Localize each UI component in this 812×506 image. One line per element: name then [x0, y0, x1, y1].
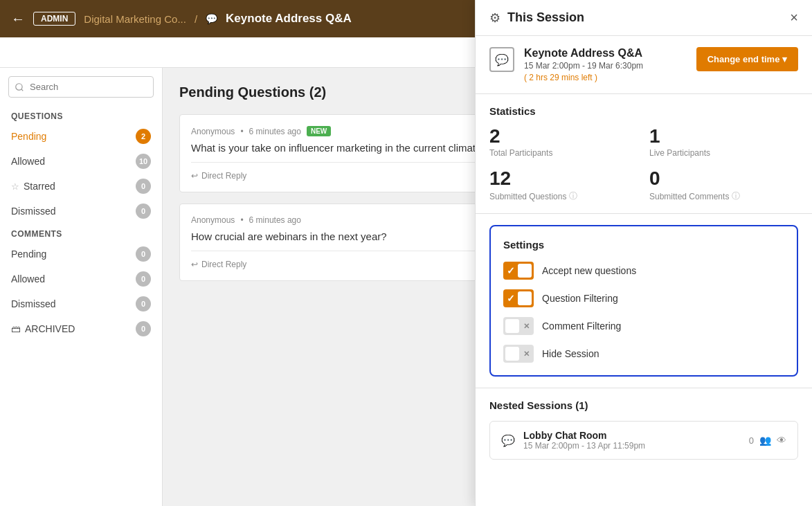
comment-filtering-row: Comment Filtering: [503, 317, 784, 335]
session-time-left: ( 2 hrs 29 mins left ): [524, 73, 687, 82]
comments-pending-label: Pending: [11, 249, 46, 260]
submitted-questions-count: 12: [489, 169, 638, 188]
sidebar-item-dismissed[interactable]: Dismissed 0: [0, 199, 162, 224]
archive-icon: 🗃: [11, 323, 21, 334]
live-participants-stat: 1 Live Participants: [649, 127, 798, 158]
participants-icon: 👥: [759, 435, 771, 446]
reply-label: Direct Reply: [201, 260, 246, 269]
accept-new-questions-toggle[interactable]: [503, 262, 534, 280]
info-icon: ⓘ: [732, 190, 740, 202]
breadcrumb-separator: /: [195, 13, 197, 25]
new-badge: NEW: [307, 126, 331, 136]
nested-item-dates: 15 Mar 2:00pm - 13 Apr 11:59pm: [523, 441, 741, 451]
submitted-questions-stat: 12 Submitted Questions ⓘ: [489, 169, 638, 202]
sidebar-item-starred[interactable]: ☆ Starred 0: [0, 174, 162, 199]
question-timestamp: 6 minutes ago: [249, 215, 301, 225]
nested-session-item: 💬 Lobby Chat Room 15 Mar 2:00pm - 13 Apr…: [489, 421, 798, 460]
settings-title: Settings: [503, 239, 784, 251]
session-name: Keynote Address Q&A: [524, 47, 687, 60]
dismissed-badge: 0: [136, 204, 151, 219]
sidebar-item-comments-allowed[interactable]: Allowed 0: [0, 266, 162, 291]
live-participants-count: 1: [649, 127, 798, 146]
reply-label: Direct Reply: [201, 171, 246, 181]
reply-icon: ↩: [191, 260, 198, 269]
panel-header: ⚙ This Session ×: [476, 0, 812, 36]
questions-section-label: QUESTIONS: [0, 106, 162, 124]
breadcrumb: Digital Marketing Co...: [84, 13, 186, 25]
panel-close-button[interactable]: ×: [790, 10, 798, 26]
comment-filtering-label: Comment Filtering: [542, 320, 621, 332]
stats-grid: 2 Total Participants 1 Live Participants…: [489, 127, 798, 202]
nested-sessions-title: Nested Sessions (1): [489, 399, 798, 411]
nested-item-icon: 💬: [501, 434, 515, 447]
reply-icon: ↩: [191, 171, 198, 181]
nested-item-details: Lobby Chat Room 15 Mar 2:00pm - 13 Apr 1…: [523, 430, 741, 451]
search-container: [0, 76, 162, 106]
sidebar-item-comments-pending[interactable]: Pending 0: [0, 242, 162, 266]
starred-label: Starred: [24, 181, 55, 192]
allowed-badge: 10: [136, 154, 151, 169]
sidebar-item-comments-dismissed[interactable]: Dismissed 0: [0, 291, 162, 316]
question-time: •: [240, 127, 243, 136]
hide-session-label: Hide Session: [542, 348, 599, 359]
live-participants-label: Live Participants: [649, 148, 798, 158]
sidebar: QUESTIONS Pending 2 Allowed 10 ☆ Starred…: [0, 68, 163, 506]
statistics-title: Statistics: [489, 105, 798, 117]
pending-badge: 2: [136, 129, 151, 144]
view-icon[interactable]: 👁: [777, 435, 786, 446]
session-dates: 15 Mar 2:00pm - 19 Mar 6:30pm: [524, 61, 687, 71]
panel-title: This Session: [507, 10, 584, 25]
comments-section-label: COMMENTS: [0, 224, 162, 242]
total-participants-stat: 2 Total Participants: [489, 127, 638, 158]
submitted-comments-label: Submitted Comments ⓘ: [649, 190, 798, 202]
sliders-icon: ⚙: [489, 10, 500, 26]
comments-pending-badge: 0: [136, 246, 151, 262]
settings-box: Settings Accept new questions Question F…: [489, 225, 798, 377]
admin-badge: ADMIN: [33, 12, 75, 26]
accept-new-questions-row: Accept new questions: [503, 262, 784, 280]
session-panel: ⚙ This Session × 💬 Keynote Address Q&A 1…: [475, 0, 812, 506]
accept-new-questions-label: Accept new questions: [542, 265, 636, 276]
submitted-questions-label: Submitted Questions ⓘ: [489, 190, 638, 202]
star-icon: ☆: [11, 181, 19, 192]
archived-badge: 0: [136, 321, 151, 336]
question-filtering-label: Question Filtering: [542, 293, 618, 304]
settings-section: Settings Accept new questions Question F…: [476, 214, 812, 388]
back-button[interactable]: ←: [11, 11, 25, 27]
comments-dismissed-label: Dismissed: [11, 298, 56, 309]
statistics-section: Statistics 2 Total Participants 1 Live P…: [476, 94, 812, 214]
question-author: Anonymous: [191, 127, 235, 136]
nested-count: 0: [749, 435, 754, 446]
allowed-label: Allowed: [11, 156, 45, 167]
total-participants-label: Total Participants: [489, 148, 638, 158]
pending-label: Pending: [11, 131, 46, 142]
question-filtering-toggle[interactable]: [503, 289, 534, 307]
sidebar-item-pending[interactable]: Pending 2: [0, 124, 162, 149]
session-details: Keynote Address Q&A 15 Mar 2:00pm - 19 M…: [524, 47, 687, 82]
sidebar-item-allowed[interactable]: Allowed 10: [0, 149, 162, 174]
nested-sessions-section: Nested Sessions (1) 💬 Lobby Chat Room 15…: [476, 388, 812, 471]
dismissed-label: Dismissed: [11, 206, 56, 217]
change-end-time-button[interactable]: Change end time ▾: [696, 47, 798, 71]
search-input[interactable]: [8, 76, 154, 98]
session-type-icon: 💬: [206, 13, 217, 24]
hide-session-row: Hide Session: [503, 345, 784, 363]
question-timestamp: 6 minutes ago: [249, 127, 301, 136]
session-icon: 💬: [489, 47, 514, 72]
session-title: Keynote Address Q&A: [226, 12, 352, 26]
question-author: Anonymous: [191, 215, 235, 225]
comment-filtering-toggle[interactable]: [503, 317, 534, 335]
starred-badge: 0: [136, 179, 151, 194]
comments-dismissed-badge: 0: [136, 296, 151, 311]
main-layout: QUESTIONS Pending 2 Allowed 10 ☆ Starred…: [0, 68, 812, 506]
nested-item-right: 0 👥 👁: [749, 435, 786, 446]
archived-label: ARCHIVED: [25, 323, 75, 334]
nested-item-name: Lobby Chat Room: [523, 430, 741, 441]
total-participants-count: 2: [489, 127, 638, 146]
sidebar-item-archived[interactable]: 🗃 ARCHIVED 0: [0, 316, 162, 341]
submitted-comments-count: 0: [649, 169, 798, 188]
comments-allowed-badge: 0: [136, 271, 151, 287]
comments-allowed-label: Allowed: [11, 273, 45, 284]
session-info: 💬 Keynote Address Q&A 15 Mar 2:00pm - 19…: [476, 36, 812, 94]
hide-session-toggle[interactable]: [503, 345, 534, 363]
